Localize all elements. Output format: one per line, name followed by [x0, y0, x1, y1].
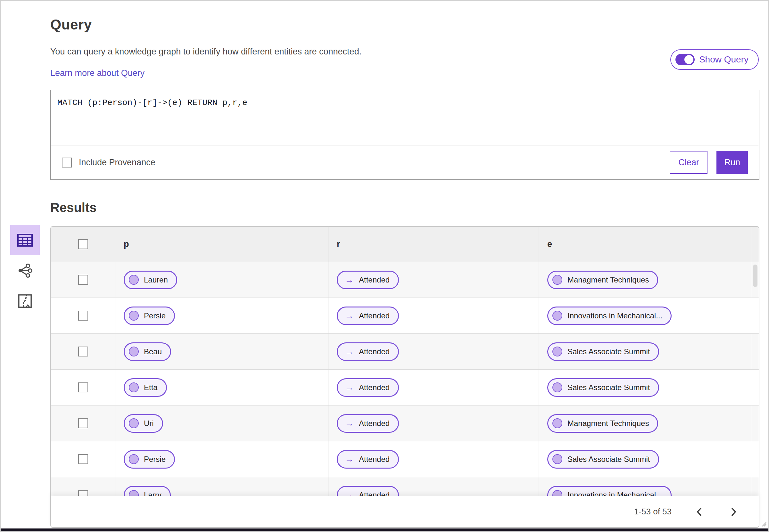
graph-view-button[interactable] [10, 255, 40, 286]
table-view-button[interactable] [10, 225, 40, 255]
run-button[interactable]: Run [716, 151, 748, 174]
pagination-range-label: 1-53 of 53 [634, 507, 672, 517]
row-checkbox[interactable] [78, 311, 88, 321]
e-pill-label: Managment Techniques [568, 275, 649, 284]
table-row: Lauren → Attended Managment Techniques [51, 262, 759, 298]
header-checkbox-cell [51, 227, 115, 262]
map-view-button[interactable] [10, 286, 40, 316]
table-row: Beau → Attended Sales Associate Summit [51, 334, 759, 370]
node-circle-icon [552, 311, 562, 321]
column-header-r-label: r [337, 239, 340, 249]
node-circle-icon [552, 347, 562, 356]
entity-node-pill[interactable]: Sales Associate Summit [547, 342, 659, 361]
node-circle-icon [129, 490, 139, 496]
chevron-left-icon [695, 507, 703, 517]
e-cell: Innovations in Mechanical... [539, 477, 759, 496]
p-cell: Etta [115, 370, 328, 405]
table-row: Uri → Attended Managment Techniques [51, 405, 759, 441]
page-description: You can query a knowledge graph to ident… [50, 47, 759, 57]
relation-pill[interactable]: → Attended [337, 342, 399, 361]
arrow-right-icon: → [345, 311, 354, 320]
row-checkbox[interactable] [78, 418, 88, 428]
query-panel-footer: Include Provenance Clear Run [51, 145, 759, 179]
r-cell: → Attended [328, 405, 539, 441]
e-pill-label: Managment Techniques [568, 419, 649, 428]
column-header-p-label: p [124, 239, 129, 249]
row-checkbox[interactable] [78, 454, 88, 464]
relation-pill[interactable]: → Attended [337, 450, 399, 469]
table-row: Etta → Attended Sales Associate Summit [51, 370, 759, 405]
node-circle-icon [129, 311, 139, 321]
map-icon [18, 294, 32, 308]
entity-node-pill[interactable]: Managment Techniques [547, 414, 658, 433]
p-pill-label: Lauren [144, 275, 168, 284]
e-cell: Managment Techniques [539, 405, 759, 441]
row-checkbox[interactable] [78, 382, 88, 392]
r-cell: → Attended [328, 477, 539, 496]
entity-node-pill[interactable]: Sales Associate Summit [547, 378, 659, 397]
row-checkbox[interactable] [78, 490, 88, 496]
row-checkbox-cell [51, 477, 115, 496]
e-cell: Sales Associate Summit [539, 334, 759, 369]
relation-pill[interactable]: → Attended [337, 414, 399, 433]
table-icon [17, 233, 33, 247]
r-cell: → Attended [328, 441, 539, 477]
clear-button[interactable]: Clear [670, 151, 708, 174]
include-provenance-checkbox[interactable] [62, 158, 72, 168]
r-cell: → Attended [328, 334, 539, 369]
entity-node-pill[interactable]: Sales Associate Summit [547, 450, 659, 469]
person-node-pill[interactable]: Persie [124, 450, 175, 469]
e-cell: Sales Associate Summit [539, 370, 759, 405]
results-title: Results [50, 201, 759, 215]
relation-pill[interactable]: → Attended [337, 378, 399, 397]
pagination-next-button[interactable] [727, 505, 741, 519]
arrow-right-icon: → [345, 491, 354, 496]
node-circle-icon [552, 454, 562, 464]
graph-icon [17, 263, 33, 278]
person-node-pill[interactable]: Beau [124, 342, 171, 361]
p-pill-label: Etta [144, 383, 158, 392]
entity-node-pill[interactable]: Innovations in Mechanical... [547, 486, 672, 496]
row-checkbox[interactable] [78, 275, 88, 285]
learn-more-link[interactable]: Learn more about Query [50, 68, 144, 78]
person-node-pill[interactable]: Uri [124, 414, 163, 433]
arrow-right-icon: → [345, 419, 354, 428]
p-pill-label: Larry [144, 491, 161, 496]
person-node-pill[interactable]: Persie [124, 307, 175, 325]
page-title: Query [50, 17, 759, 33]
select-all-checkbox[interactable] [78, 239, 88, 249]
entity-node-pill[interactable]: Managment Techniques [547, 271, 658, 289]
p-cell: Persie [115, 441, 328, 477]
table-scrollbar-track[interactable] [752, 227, 752, 496]
relation-pill[interactable]: → Attended [337, 486, 399, 496]
include-provenance-group: Include Provenance [62, 158, 155, 168]
show-query-toggle[interactable]: Show Query [670, 49, 759, 70]
node-circle-icon [129, 347, 139, 356]
row-checkbox[interactable] [78, 347, 88, 356]
person-node-pill[interactable]: Lauren [124, 271, 177, 289]
column-header-p[interactable]: p [115, 227, 328, 262]
p-pill-label: Beau [144, 347, 162, 356]
p-cell: Uri [115, 405, 328, 441]
query-editor-textarea[interactable]: MATCH (p:Person)-[r]->(e) RETURN p,r,e [51, 90, 759, 145]
arrow-right-icon: → [345, 275, 354, 284]
toggle-on-icon[interactable] [675, 54, 695, 65]
entity-node-pill[interactable]: Innovations in Mechanical... [547, 307, 672, 325]
resize-grip-icon[interactable] [760, 520, 767, 527]
row-checkbox-cell [51, 370, 115, 405]
e-cell: Innovations in Mechanical... [539, 298, 759, 333]
relation-pill[interactable]: → Attended [337, 271, 399, 289]
column-header-e[interactable]: e [539, 227, 759, 262]
table-scrollbar-thumb[interactable] [753, 265, 757, 287]
arrow-right-icon: → [345, 383, 354, 392]
relation-pill[interactable]: → Attended [337, 307, 399, 325]
p-cell: Lauren [115, 262, 328, 298]
column-header-r[interactable]: r [328, 227, 539, 262]
pagination-prev-button[interactable] [692, 505, 706, 519]
person-node-pill[interactable]: Etta [124, 378, 167, 397]
column-header-e-label: e [547, 239, 552, 249]
row-checkbox-cell [51, 262, 115, 298]
person-node-pill[interactable]: Larry [124, 486, 171, 496]
node-circle-icon [552, 418, 562, 428]
p-pill-label: Persie [144, 455, 166, 464]
